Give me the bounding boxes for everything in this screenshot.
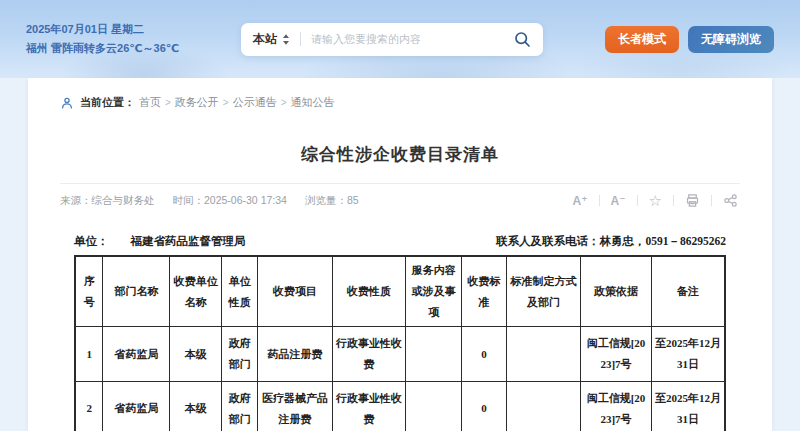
breadcrumb-link[interactable]: 政务公开 <box>175 96 219 108</box>
table-row: 2省药监局本级政府部门医疗器械产品注册费行政事业性收费0闽工信规[2023]7号… <box>75 382 725 431</box>
table-header-cell: 收费项目 <box>258 256 333 327</box>
breadcrumb: 当前位置： 首页>政务公开>公示通告>通知公告 <box>60 95 740 110</box>
contact-line: 联系人及联系电话：林勇忠，0591－86295262 <box>496 234 726 249</box>
table-header-cell: 服务内容或涉及事项 <box>406 256 462 327</box>
search-scope-select[interactable]: 本站 <box>253 31 290 48</box>
table-header-cell: 单位性质 <box>222 256 258 327</box>
content-card: 当前位置： 首页>政务公开>公示通告>通知公告 综合性涉企收费目录清单 来源：综… <box>28 78 772 431</box>
table-body: 1省药监局本级政府部门药品注册费行政事业性收费0闽工信规[2023]7号至202… <box>75 327 725 431</box>
table-header-cell: 收费标准 <box>462 256 507 327</box>
table-header-cell: 序号 <box>75 256 103 327</box>
tool-separator <box>599 195 600 206</box>
table-header-cell: 政策依据 <box>581 256 652 327</box>
tool-separator <box>711 195 712 206</box>
scope-updown-icon <box>282 33 290 46</box>
table-header-cell: 备注 <box>651 256 725 327</box>
table-cell: 本级 <box>170 327 222 382</box>
breadcrumb-link[interactable]: 通知公告 <box>291 96 335 108</box>
share-icon <box>723 193 738 208</box>
table-cell: 0 <box>462 327 507 382</box>
elder-mode-button[interactable]: 长者模式 <box>605 26 679 53</box>
table-header-cell: 部门名称 <box>103 256 170 327</box>
print-button[interactable] <box>683 193 702 208</box>
table-header-cell: 标准制定方式及部门 <box>507 256 581 327</box>
breadcrumb-separator: > <box>281 97 287 108</box>
table-cell: 本级 <box>170 382 222 431</box>
share-button[interactable] <box>721 193 740 208</box>
article-meta-row: 来源：综合与财务处 时间：2025-06-30 17:34 浏览量：85 A⁺ … <box>60 193 740 208</box>
table-cell: 闽工信规[2023]7号 <box>581 327 652 382</box>
font-decrease-button[interactable]: A⁻ <box>609 194 628 208</box>
font-increase-button[interactable]: A⁺ <box>571 194 590 208</box>
top-banner: 2025年07月01日 星期二 福州 雷阵雨转多云26℃～36℃ 本站 长者模式… <box>0 0 800 78</box>
table-cell: 省药监局 <box>103 327 170 382</box>
table-cell: 闽工信规[2023]7号 <box>581 382 652 431</box>
breadcrumb-separator: > <box>223 97 229 108</box>
breadcrumb-link[interactable]: 首页 <box>139 96 161 108</box>
table-cell <box>507 382 581 431</box>
article-meta: 来源：综合与财务处 时间：2025-06-30 17:34 浏览量：85 <box>60 194 359 208</box>
table-header-row: 序号部门名称收费单位名称单位性质收费项目收费性质服务内容或涉及事项收费标准标准制… <box>75 256 725 327</box>
title-divider <box>60 183 740 184</box>
breadcrumb-items: 首页>政务公开>公示通告>通知公告 <box>139 95 335 110</box>
breadcrumb-link[interactable]: 公示通告 <box>233 96 277 108</box>
date-text: 2025年07月01日 星期二 <box>26 20 241 39</box>
table-cell: 至2025年12月31日 <box>651 382 725 431</box>
search-scope-label: 本站 <box>253 31 277 48</box>
table-cell: 医疗器械产品注册费 <box>258 382 333 431</box>
accessibility-button[interactable]: 无障碍浏览 <box>688 26 774 53</box>
search-box: 本站 <box>241 23 543 56</box>
search-divider <box>300 32 301 46</box>
table-header-cell: 收费性质 <box>332 256 405 327</box>
table-cell: 政府部门 <box>222 327 258 382</box>
table-cell <box>406 327 462 382</box>
table-cell: 2 <box>75 382 103 431</box>
datetime-weather: 2025年07月01日 星期二 福州 雷阵雨转多云26℃～36℃ <box>26 20 241 58</box>
meta-views: 浏览量：85 <box>305 194 359 208</box>
search-button[interactable] <box>514 31 531 48</box>
star-icon: ☆ <box>649 193 662 208</box>
tool-separator <box>673 195 674 206</box>
table-cell: 省药监局 <box>103 382 170 431</box>
location-person-icon <box>60 96 74 110</box>
table-cell: 行政事业性收费 <box>332 382 405 431</box>
weather-text: 福州 雷阵雨转多云26℃～36℃ <box>26 39 241 58</box>
printer-icon <box>685 193 700 208</box>
meta-source: 来源：综合与财务处 <box>60 194 155 208</box>
table-cell: 行政事业性收费 <box>332 327 405 382</box>
meta-time: 时间：2025-06-30 17:34 <box>173 194 287 208</box>
unit-label: 单位： <box>74 235 109 247</box>
breadcrumb-separator: > <box>165 97 171 108</box>
article-tools: A⁺ A⁻ ☆ <box>571 193 740 208</box>
document-sheet: 单位：福建省药品监督管理局 联系人及联系电话：林勇忠，0591－86295262… <box>74 234 726 431</box>
table-cell <box>507 327 581 382</box>
unit-line: 单位：福建省药品监督管理局 <box>74 234 246 249</box>
table-header-cell: 收费单位名称 <box>170 256 222 327</box>
search-icon <box>514 31 531 48</box>
table-cell: 至2025年12月31日 <box>651 327 725 382</box>
unit-value: 福建省药品监督管理局 <box>131 235 246 247</box>
table-cell <box>406 382 462 431</box>
table-cell: 1 <box>75 327 103 382</box>
table-cell: 0 <box>462 382 507 431</box>
search-input[interactable] <box>311 33 514 45</box>
table-cell: 药品注册费 <box>258 327 333 382</box>
table-row: 1省药监局本级政府部门药品注册费行政事业性收费0闽工信规[2023]7号至202… <box>75 327 725 382</box>
tool-separator <box>637 195 638 206</box>
favorite-button[interactable]: ☆ <box>647 193 664 208</box>
table-cell: 政府部门 <box>222 382 258 431</box>
fee-table: 序号部门名称收费单位名称单位性质收费项目收费性质服务内容或涉及事项收费标准标准制… <box>74 255 726 431</box>
page-title: 综合性涉企收费目录清单 <box>60 143 740 166</box>
document-head: 单位：福建省药品监督管理局 联系人及联系电话：林勇忠，0591－86295262 <box>74 234 726 249</box>
breadcrumb-label: 当前位置： <box>80 95 135 110</box>
